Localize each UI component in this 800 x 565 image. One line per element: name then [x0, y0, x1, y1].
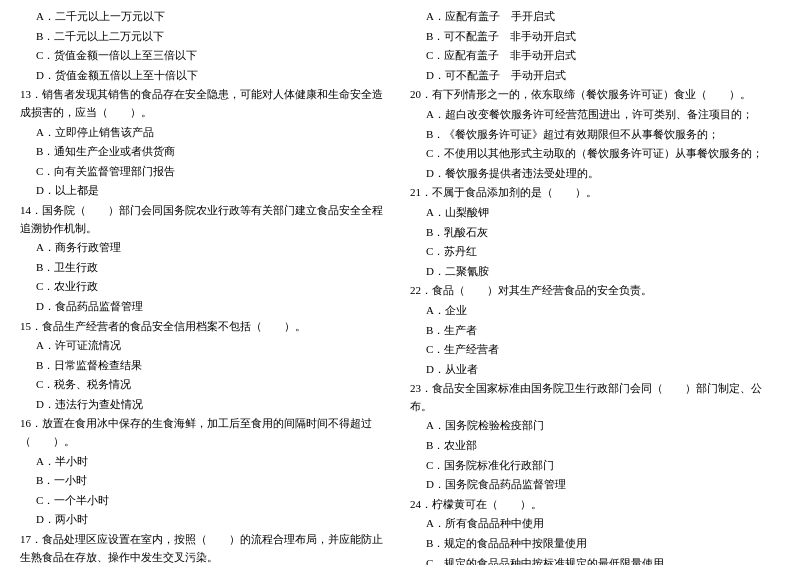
question-text: 13．销售者发现其销售的食品存在安全隐患，可能对人体健康和生命安全造成损害的，应… — [20, 86, 390, 121]
option-text: D．违法行为查处情况 — [20, 396, 390, 414]
option-text: D．从业者 — [410, 361, 780, 379]
option-text: B．规定的食品品种中按限量使用 — [410, 535, 780, 553]
question-text: 20．有下列情形之一的，依东取缔（餐饮服务许可证）食业（ ）。 — [410, 86, 780, 104]
option-text: B．乳酸石灰 — [410, 224, 780, 242]
option-text: D．食品药品监督管理 — [20, 298, 390, 316]
option-text: B．农业部 — [410, 437, 780, 455]
option-text: D．二聚氰胺 — [410, 263, 780, 281]
question-text: 22．食品（ ）对其生产经营食品的安全负责。 — [410, 282, 780, 300]
option-text: C．货值金额一倍以上至三倍以下 — [20, 47, 390, 65]
option-text: A．二千元以上一万元以下 — [20, 8, 390, 26]
option-text: A．山梨酸钾 — [410, 204, 780, 222]
option-text: C．苏丹红 — [410, 243, 780, 261]
option-text: C．税务、税务情况 — [20, 376, 390, 394]
page-container: A．二千元以上一万元以下B．二千元以上二万元以下C．货值金额一倍以上至三倍以下D… — [20, 8, 780, 565]
option-text: C．不使用以其他形式主动取的（餐饮服务许可证）从事餐饮服务的； — [410, 145, 780, 163]
question-text: 16．放置在食用冰中保存的生食海鲜，加工后至食用的间隔时间不得超过（ ）。 — [20, 415, 390, 450]
option-text: C．国务院标准化行政部门 — [410, 457, 780, 475]
option-text: B．通知生产企业或者供货商 — [20, 143, 390, 161]
question-text: 17．食品处理区应设置在室内，按照（ ）的流程合理布局，并应能防止生熟食品在存放… — [20, 531, 390, 565]
two-column-layout: A．二千元以上一万元以下B．二千元以上二万元以下C．货值金额一倍以上至三倍以下D… — [20, 8, 780, 565]
option-text: A．所有食品品种中使用 — [410, 515, 780, 533]
option-text: B．生产者 — [410, 322, 780, 340]
option-text: B．《餐饮服务许可证》超过有效期限但不从事餐饮服务的； — [410, 126, 780, 144]
option-text: A．国务院检验检疫部门 — [410, 417, 780, 435]
option-text: C．农业行政 — [20, 278, 390, 296]
question-text: 24．柠檬黄可在（ ）。 — [410, 496, 780, 514]
option-text: D．货值金额五倍以上至十倍以下 — [20, 67, 390, 85]
option-text: D．国务院食品药品监督管理 — [410, 476, 780, 494]
right-column: A．应配有盖子 手开启式B．可不配盖子 非手动开启式C．应配有盖子 非手动开启式… — [410, 8, 780, 565]
option-text: A．半小时 — [20, 453, 390, 471]
option-text: B．日常监督检查结果 — [20, 357, 390, 375]
option-text: D．可不配盖子 手动开启式 — [410, 67, 780, 85]
option-text: A．企业 — [410, 302, 780, 320]
option-text: C．向有关监督管理部门报告 — [20, 163, 390, 181]
option-text: D．餐饮服务提供者违法受处理的。 — [410, 165, 780, 183]
option-text: B．卫生行政 — [20, 259, 390, 277]
option-text: D．以上都是 — [20, 182, 390, 200]
question-text: 15．食品生产经营者的食品安全信用档案不包括（ ）。 — [20, 318, 390, 336]
option-text: A．立即停止销售该产品 — [20, 124, 390, 142]
option-text: A．超白改变餐饮服务许可经营范围进出，许可类别、备注项目的； — [410, 106, 780, 124]
question-text: 21．不属于食品添加剂的是（ ）。 — [410, 184, 780, 202]
option-text: A．许可证流情况 — [20, 337, 390, 355]
option-text: D．两小时 — [20, 511, 390, 529]
question-text: 23．食品安全国家标准由国务院卫生行政部门会同（ ）部门制定、公布。 — [410, 380, 780, 415]
option-text: A．商务行政管理 — [20, 239, 390, 257]
option-text: B．二千元以上二万元以下 — [20, 28, 390, 46]
option-text: B．可不配盖子 非手动开启式 — [410, 28, 780, 46]
option-text: C．生产经营者 — [410, 341, 780, 359]
question-text: 14．国务院（ ）部门会同国务院农业行政等有关部门建立食品安全全程追溯协作机制。 — [20, 202, 390, 237]
option-text: C．应配有盖子 非手动开启式 — [410, 47, 780, 65]
left-column: A．二千元以上一万元以下B．二千元以上二万元以下C．货值金额一倍以上至三倍以下D… — [20, 8, 390, 565]
option-text: B．一小时 — [20, 472, 390, 490]
option-text: A．应配有盖子 手开启式 — [410, 8, 780, 26]
option-text: C．一个半小时 — [20, 492, 390, 510]
option-text: C．规定的食品品种中按标准规定的最低限量使用 — [410, 555, 780, 565]
